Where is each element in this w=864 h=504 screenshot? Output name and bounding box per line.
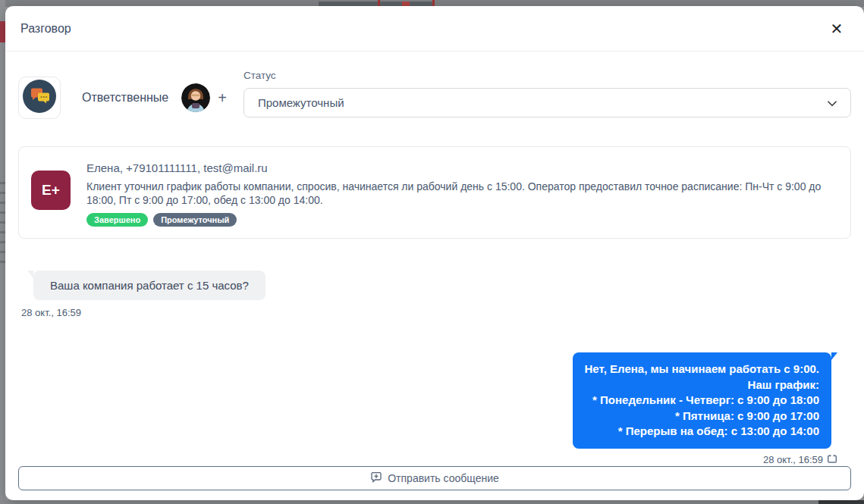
client-description: Клиент уточнил график работы компании, с… <box>86 180 838 207</box>
responsible-label: Ответственные <box>82 91 168 105</box>
client-card: E+ Елена, +79101111111, test@mail.ru Кли… <box>18 146 851 239</box>
status-badge-completed: Завершено <box>86 213 148 227</box>
outgoing-timestamp: 28 окт., 16:59 <box>763 454 823 465</box>
incoming-bubble: Ваша компания работает с 15 часов? <box>33 271 265 300</box>
status-selected-value: Промежуточный <box>258 96 828 109</box>
incoming-message: Ваша компания работает с 15 часов? 28 ок… <box>18 271 265 318</box>
channel-avatar[interactable] <box>18 77 61 119</box>
modal-body: Ответственные + Статус Промежуточный <box>5 52 864 503</box>
chat-area: Ваша компания работает с 15 часов? 28 ок… <box>18 239 851 466</box>
client-info: Елена, +79101111111, test@mail.ru Клиент… <box>86 159 838 227</box>
modal-header: Разговор ✕ <box>5 6 864 52</box>
status-group: Статус Промежуточный <box>243 70 851 117</box>
responsible-user-avatar[interactable] <box>181 83 210 112</box>
conversation-modal: Разговор ✕ Ответственные <box>5 6 864 500</box>
add-responsible-button[interactable]: + <box>218 90 227 105</box>
outgoing-message: Нет, Елена, мы начинаем работать с 9:00.… <box>573 352 851 466</box>
responsible-row: Ответственные + Статус Промежуточный <box>18 68 851 119</box>
close-icon[interactable]: ✕ <box>825 17 849 41</box>
message-plus-icon <box>370 471 382 485</box>
modal-title: Разговор <box>20 22 71 36</box>
outgoing-bubble: Нет, Елена, мы начинаем работать с 9:00.… <box>573 352 831 449</box>
backdrop-left-strip <box>0 0 5 504</box>
incoming-timestamp: 28 окт., 16:59 <box>21 307 265 318</box>
status-badge-intermediate: Промежуточный <box>153 213 237 227</box>
send-message-button[interactable]: Отправить сообщение <box>18 466 851 490</box>
status-label: Статус <box>243 70 851 81</box>
badges-row: Завершено Промежуточный <box>86 213 838 227</box>
outgoing-timestamp-row: 28 окт., 16:59 <box>763 454 837 466</box>
message-delivered-icon <box>827 454 837 466</box>
modal-footer: Отправить сообщение <box>18 466 851 503</box>
send-message-label: Отправить сообщение <box>388 472 499 484</box>
backdrop-fragment <box>0 21 5 42</box>
chat-channel-icon <box>23 80 56 116</box>
client-title: Елена, +79101111111, test@mail.ru <box>86 161 838 174</box>
backdrop-fragment <box>0 174 5 265</box>
client-avatar: E+ <box>31 171 71 210</box>
chevron-down-icon <box>828 96 837 110</box>
status-select[interactable]: Промежуточный <box>243 88 851 117</box>
